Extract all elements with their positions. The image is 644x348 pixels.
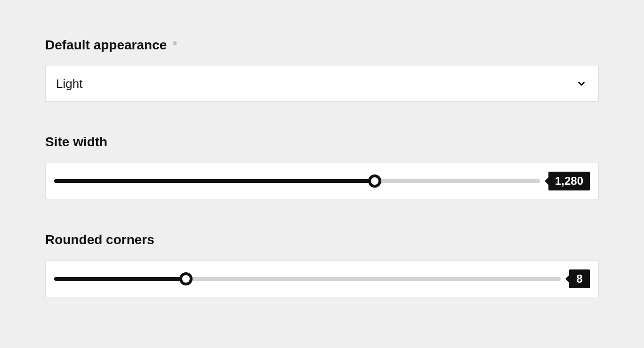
label-text: Site width (45, 134, 107, 150)
slider-thumb[interactable] (368, 174, 381, 188)
label-text: Default appearance (45, 38, 167, 53)
required-asterisk: * (172, 38, 177, 53)
rounded-corners-slider-container: 8 (45, 261, 599, 297)
site-width-label: Site width (45, 134, 599, 150)
site-width-value-badge: 1,280 (548, 172, 590, 190)
rounded-corners-slider[interactable] (54, 277, 561, 281)
label-text: Rounded corners (45, 232, 154, 247)
default-appearance-field: Default appearance * Light (45, 38, 599, 102)
default-appearance-select[interactable]: Light (45, 66, 599, 102)
site-width-slider[interactable] (54, 179, 540, 183)
select-value: Light (56, 77, 575, 91)
slider-fill (54, 277, 186, 281)
rounded-corners-label: Rounded corners (45, 232, 599, 247)
rounded-corners-field: Rounded corners 8 (45, 232, 599, 297)
default-appearance-label: Default appearance * (45, 38, 599, 53)
slider-fill (54, 179, 375, 183)
rounded-corners-value-badge: 8 (569, 269, 590, 288)
site-width-field: Site width 1,280 (45, 134, 599, 199)
chevron-down-icon (575, 77, 588, 90)
site-width-slider-container: 1,280 (45, 163, 599, 199)
slider-thumb[interactable] (179, 272, 193, 285)
